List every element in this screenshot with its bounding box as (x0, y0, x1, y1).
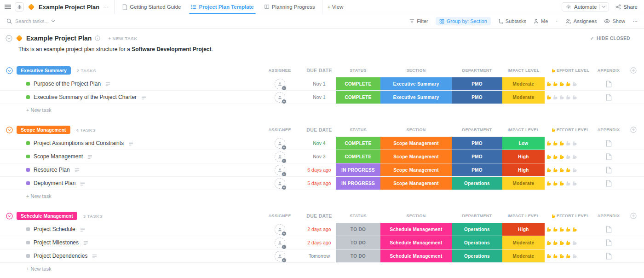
task-status-bullet[interactable] (26, 168, 30, 172)
appendix-icon[interactable] (606, 81, 612, 87)
add-assignee-button[interactable]: + (275, 92, 285, 103)
new-task-button[interactable]: + NEW TASK (108, 36, 137, 41)
column-header-effort-level[interactable]: EFFORT LEVEL (545, 68, 594, 73)
table-row[interactable]: Resource Plan+6 days agoIN PROGRESSScope… (0, 163, 644, 177)
column-header-department[interactable]: DEPARTMENT (452, 214, 502, 218)
add-assignee-button[interactable]: + (275, 224, 285, 235)
department-cell[interactable]: PMO (452, 91, 502, 104)
group-badge[interactable]: Schedule Management (17, 212, 77, 220)
me-button[interactable]: Me (534, 18, 548, 24)
column-header-impact-level[interactable]: IMPACT LEVEL (502, 68, 545, 73)
column-header-assignee[interactable]: ASSIGNEE (257, 214, 303, 218)
column-header-status[interactable]: STATUS (336, 214, 380, 218)
section-cell[interactable]: Schedule Management (380, 223, 452, 236)
department-cell[interactable]: Operations (452, 177, 502, 190)
section-cell[interactable]: Schedule Management (380, 236, 452, 249)
appendix-icon[interactable] (606, 140, 612, 147)
column-header-effort-level[interactable]: EFFORT LEVEL (545, 127, 594, 133)
effort-level-cell[interactable] (545, 180, 594, 186)
hamburger-menu-icon[interactable] (5, 4, 11, 10)
appendix-icon[interactable] (606, 94, 612, 101)
due-date[interactable]: Nov 1 (303, 81, 336, 87)
effort-level-cell[interactable] (545, 81, 594, 87)
column-header-due-date[interactable]: DUE DATE (303, 213, 336, 219)
search-input[interactable]: Search tasks... (6, 18, 54, 24)
table-row[interactable]: Project Milestones+2 days agoTO DOSchedu… (0, 236, 644, 249)
section-cell[interactable]: Scope Management (380, 163, 452, 176)
effort-level-cell[interactable] (545, 167, 594, 173)
impact-level-cell[interactable]: High (502, 150, 545, 163)
table-row[interactable]: Scope Management+Nov 3COMPLETEScope Mana… (0, 150, 644, 163)
effort-level-cell[interactable] (545, 140, 594, 146)
section-cell[interactable]: Scope Management (380, 137, 452, 150)
column-header-section[interactable]: SECTION (380, 127, 452, 132)
add-view-button[interactable]: + View (322, 0, 349, 14)
impact-level-cell[interactable]: Moderate (502, 249, 545, 262)
due-date[interactable]: Nov 3 (303, 154, 336, 159)
column-header-effort-level[interactable]: EFFORT LEVEL (545, 214, 594, 219)
status-cell[interactable]: IN PROGRESS (336, 177, 380, 190)
section-cell[interactable]: Schedule Management (380, 249, 452, 262)
department-cell[interactable]: Operations (452, 249, 502, 262)
status-cell[interactable]: COMPLETE (336, 91, 380, 104)
effort-level-cell[interactable] (545, 154, 594, 160)
column-header-department[interactable]: DEPARTMENT (452, 68, 502, 73)
task-status-bullet[interactable] (26, 95, 30, 99)
column-header-impact-level[interactable]: IMPACT LEVEL (502, 214, 545, 218)
impact-level-cell[interactable]: Low (502, 137, 545, 150)
table-row[interactable]: Project Dependencies+TomorrowTO DOSchedu… (0, 249, 644, 263)
column-header-appendix[interactable]: APPENDIX (594, 127, 623, 132)
impact-level-cell[interactable]: Moderate (502, 77, 545, 90)
group-badge[interactable]: Executive Summary (17, 66, 71, 75)
appendix-icon[interactable] (606, 253, 612, 260)
table-row[interactable]: Project Assumptions and Constraints+Nov … (0, 137, 644, 150)
department-cell[interactable]: Operations (452, 236, 502, 249)
impact-level-cell[interactable]: Moderate (502, 91, 545, 104)
add-column-icon[interactable] (630, 127, 637, 133)
status-cell[interactable]: COMPLETE (336, 77, 380, 90)
column-header-department[interactable]: DEPARTMENT (452, 127, 502, 132)
table-row[interactable]: Purpose of the Project Plan+Nov 1COMPLET… (0, 77, 644, 91)
impact-level-cell[interactable]: Moderate (502, 177, 545, 190)
due-date[interactable]: 5 days ago (303, 180, 336, 186)
status-cell[interactable]: COMPLETE (336, 150, 380, 163)
workspace-settings-icon[interactable] (15, 2, 24, 12)
new-task-button[interactable]: + New task (0, 190, 644, 202)
task-status-bullet[interactable] (26, 155, 30, 158)
subtasks-button[interactable]: Subtasks (498, 18, 526, 24)
impact-level-cell[interactable]: High (502, 223, 545, 236)
collapse-group-icon[interactable] (6, 213, 13, 220)
section-cell[interactable]: Executive Summary (380, 91, 452, 104)
assignees-button[interactable]: Assignees (565, 18, 597, 24)
add-assignee-button[interactable]: + (275, 178, 285, 189)
add-assignee-button[interactable]: + (275, 79, 285, 89)
appendix-icon[interactable] (606, 153, 612, 160)
tab-planning-progress[interactable]: Planning Progress (259, 0, 320, 14)
task-status-bullet[interactable] (26, 227, 30, 231)
due-date[interactable]: Nov 1 (303, 94, 336, 100)
collapse-group-icon[interactable] (6, 67, 13, 74)
new-task-button[interactable]: + New task (0, 263, 644, 275)
automate-button[interactable]: Automate (562, 2, 609, 12)
status-cell[interactable]: IN PROGRESS (336, 163, 380, 176)
tab-project-plan-template[interactable]: Project Plan Template (186, 0, 259, 14)
add-column-icon[interactable] (630, 67, 637, 74)
group-by-button[interactable]: Group by: Section (436, 17, 491, 25)
info-icon[interactable] (95, 35, 100, 41)
add-assignee-button[interactable]: + (275, 251, 285, 261)
status-cell[interactable]: TO DO (336, 249, 380, 262)
column-header-assignee[interactable]: ASSIGNEE (257, 68, 303, 73)
group-badge[interactable]: Scope Management (17, 126, 70, 134)
due-date[interactable]: Nov 4 (303, 140, 336, 146)
new-task-button[interactable]: + New task (0, 104, 644, 116)
tab-getting-started-guide[interactable]: Getting Started Guide (117, 0, 186, 14)
status-cell[interactable]: COMPLETE (336, 137, 380, 150)
due-date[interactable]: 2 days ago (303, 240, 336, 245)
task-status-bullet[interactable] (26, 181, 30, 185)
collapse-group-icon[interactable] (6, 127, 13, 133)
section-cell[interactable]: Executive Summary (380, 77, 452, 90)
department-cell[interactable]: PMO (452, 137, 502, 150)
appendix-icon[interactable] (606, 167, 612, 174)
share-button[interactable]: Share (615, 4, 638, 10)
section-cell[interactable]: Scope Management (380, 177, 452, 190)
